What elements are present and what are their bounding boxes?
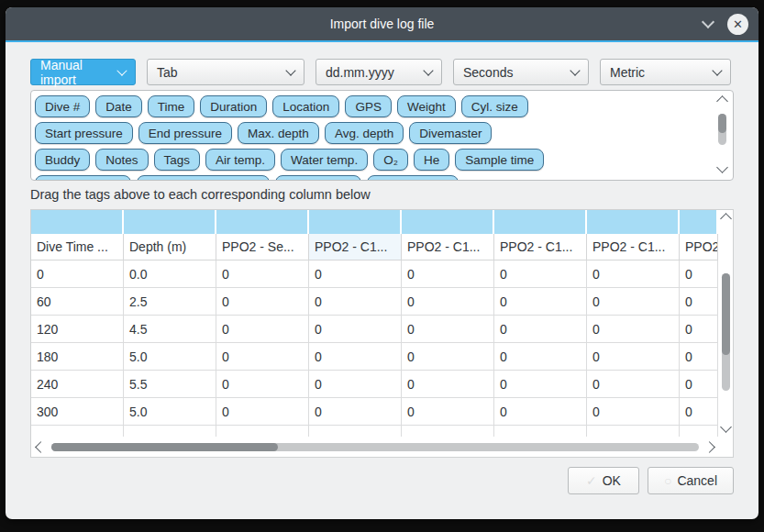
tag-rows: Dive #DateTimeDurationLocationGPSWeightC… <box>35 95 711 181</box>
scrollbar-thumb[interactable] <box>718 114 726 133</box>
table-rows: 00.0000000602.50000001204.50000001805.00… <box>31 260 718 437</box>
tag-sample-time[interactable]: Sample time <box>455 149 544 171</box>
cancel-button[interactable]: ○ Cancel <box>648 467 734 494</box>
scroll-up-icon[interactable] <box>720 213 732 225</box>
table-cell: 0 <box>587 260 680 288</box>
scrollbar-thumb[interactable] <box>722 273 730 355</box>
column-header[interactable]: PPO2 - C1... <box>309 234 402 260</box>
tag-tags[interactable]: Tags <box>154 149 201 171</box>
scroll-right-icon[interactable] <box>703 441 715 453</box>
tag-sample-cns[interactable]: Sample CNS <box>367 175 459 181</box>
tag-panel-scrollbar[interactable] <box>715 94 729 176</box>
tag-max-depth[interactable]: Max. depth <box>238 122 319 144</box>
scroll-down-icon[interactable] <box>716 161 728 173</box>
dropzone-cell[interactable] <box>494 210 587 234</box>
column-header[interactable]: PPO2 - Se... <box>216 234 309 260</box>
dropzone-cell[interactable] <box>31 210 124 234</box>
scroll-left-icon[interactable] <box>35 441 47 453</box>
table-cell: 0 <box>494 316 587 343</box>
table-cell: 0 <box>309 260 402 288</box>
tag-o[interactable]: O₂ <box>373 149 408 171</box>
dropzone-cell[interactable] <box>216 210 309 234</box>
table-cell: 0 <box>216 398 309 426</box>
column-header[interactable]: PPO2 <box>680 234 718 260</box>
table-cell: 0 <box>309 398 402 426</box>
tag-buddy[interactable]: Buddy <box>35 149 90 171</box>
dropzone-cell[interactable] <box>309 210 402 234</box>
tag-sample-depth[interactable]: Sample depth <box>35 175 131 181</box>
titlebar-controls: ✕ <box>703 7 748 40</box>
table-cell: 2.5 <box>124 288 216 316</box>
tag-cyl-size[interactable]: Cyl. size <box>461 95 528 117</box>
dropzone-cell[interactable] <box>680 210 718 234</box>
tag-weight[interactable]: Weight <box>397 95 456 117</box>
tag-dive[interactable]: Dive # <box>35 95 90 117</box>
column-header[interactable]: Dive Time ... <box>31 234 124 260</box>
tag-he[interactable]: He <box>414 149 449 171</box>
tag-sample-temperature[interactable]: Sample temperature <box>137 175 269 181</box>
table-cell: 0 <box>216 260 309 288</box>
chevron-down-icon[interactable] <box>702 15 714 28</box>
table-cell: 0 <box>587 398 680 426</box>
dropzone-cell[interactable] <box>124 210 216 234</box>
chevron-down-icon <box>712 65 722 75</box>
import-type-value: Manual import <box>40 58 118 87</box>
tag-date[interactable]: Date <box>95 95 142 117</box>
dropzone-cell[interactable] <box>402 210 494 234</box>
tag-sample-po[interactable]: Sample pO₂ <box>275 175 362 181</box>
tag-start-pressure[interactable]: Start pressure <box>35 122 133 144</box>
tag-air-temp[interactable]: Air temp. <box>205 149 275 171</box>
tag-duration[interactable]: Duration <box>200 95 267 117</box>
date-format-value: dd.mm.yyyy <box>326 65 394 80</box>
scroll-up-icon[interactable] <box>716 95 728 107</box>
table-cell: 0 <box>216 343 309 371</box>
tag-row: BuddyNotesTagsAir temp.Water temp.O₂HeSa… <box>35 149 711 171</box>
scrollbar-track[interactable] <box>718 111 726 158</box>
table-cell <box>309 426 402 437</box>
close-icon[interactable]: ✕ <box>727 14 748 35</box>
column-header[interactable]: PPO2 - C1... <box>402 234 494 260</box>
ok-button[interactable]: ✓ OK <box>568 467 639 494</box>
tag-end-pressure[interactable]: End pressure <box>138 122 232 144</box>
table-cell: 0 <box>494 260 587 288</box>
tag-divemaster[interactable]: Divemaster <box>409 122 492 144</box>
dialog-title: Import dive log file <box>330 17 435 31</box>
date-format-select[interactable]: dd.mm.yyyy <box>316 59 442 85</box>
scrollbar-track[interactable] <box>722 228 730 417</box>
tag-notes[interactable]: Notes <box>95 149 148 171</box>
table-cell: 0 <box>216 288 309 316</box>
table-cell: 0 <box>309 288 402 316</box>
column-header[interactable]: PPO2 - C1... <box>494 234 587 260</box>
tag-time[interactable]: Time <box>148 95 195 117</box>
field-separator-select[interactable]: Tab <box>147 59 304 85</box>
dialog-body: Manual import Tab dd.mm.yyyy Seconds Met… <box>6 42 758 494</box>
column-header[interactable]: PPO2 - C1... <box>587 234 680 260</box>
scrollbar-track[interactable] <box>51 443 699 451</box>
tag-location[interactable]: Location <box>272 95 339 117</box>
tag-gps[interactable]: GPS <box>345 95 392 117</box>
table-cell: 180 <box>31 343 124 371</box>
units-value: Metric <box>610 65 645 80</box>
scrollbar-thumb[interactable] <box>51 443 278 451</box>
table-cell: 0 <box>309 371 402 398</box>
tag-row: Dive #DateTimeDurationLocationGPSWeightC… <box>35 95 711 117</box>
table-cell <box>680 426 718 437</box>
import-type-select[interactable]: Manual import <box>30 59 136 85</box>
table-row: 2405.5000000 <box>31 371 718 398</box>
table-cell: 0 <box>402 398 494 426</box>
tag-avg-depth[interactable]: Avg. depth <box>325 122 404 144</box>
duration-format-select[interactable]: Seconds <box>453 59 589 85</box>
tag-water-temp[interactable]: Water temp. <box>281 149 368 171</box>
table-horizontal-scrollbar[interactable] <box>33 438 716 455</box>
table-row: 00.0000000 <box>31 260 718 288</box>
table-cell: 0 <box>494 288 587 316</box>
units-select[interactable]: Metric <box>600 59 731 85</box>
table-vertical-scrollbar[interactable] <box>719 212 733 436</box>
table-cell: 0 <box>309 343 402 371</box>
table-cell: 300 <box>31 398 124 426</box>
table-cell: 0 <box>680 316 718 343</box>
column-header[interactable]: Depth (m) <box>124 234 216 260</box>
scroll-down-icon[interactable] <box>720 421 732 433</box>
table-cell: 0 <box>402 260 494 288</box>
dropzone-cell[interactable] <box>587 210 680 234</box>
